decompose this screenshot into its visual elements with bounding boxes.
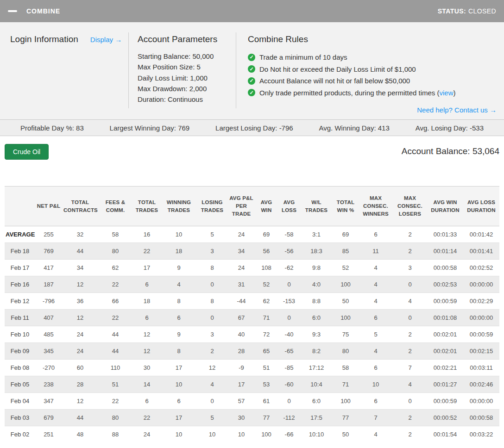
combine-rules-title: Combine Rules <box>248 34 504 44</box>
table-cell: 22 <box>132 410 161 426</box>
table-cell: 10:10 <box>300 426 333 443</box>
table-cell: 48 <box>62 426 98 443</box>
column-header: AVG LOSS <box>278 187 300 226</box>
row-label: Feb 11 <box>5 310 35 326</box>
param-starting-balance: Starting Balance: 50,000 <box>138 51 236 62</box>
table-cell: 10 <box>161 226 196 243</box>
view-link[interactable]: view <box>440 89 454 97</box>
crude-oil-button[interactable]: Crude Oil <box>5 144 49 160</box>
rule-text: Trade a minimum of 10 days <box>259 51 347 63</box>
table-cell: 00:03:11 <box>463 360 499 376</box>
table-cell: 57 <box>228 393 255 410</box>
table-cell: 4 <box>359 293 393 310</box>
table-cell: 28 <box>228 343 255 360</box>
table-cell: 72 <box>255 326 278 343</box>
account-balance: Account Balance: 53,064 <box>402 146 499 156</box>
table-cell: -40 <box>278 326 300 343</box>
table-cell: 00:02:29 <box>463 293 499 310</box>
table-cell: 22 <box>132 243 161 260</box>
table-row: AVERAGE2553258161052469-583:1696200:01:3… <box>5 226 499 243</box>
table-cell: 485 <box>35 326 62 343</box>
table-cell: 18 <box>132 293 161 310</box>
param-duration: Duration: Continuous <box>138 94 236 105</box>
table-cell: 58 <box>333 360 359 376</box>
table-cell: 100 <box>333 276 359 293</box>
table-cell: 00:02:52 <box>463 260 499 276</box>
stat-largest-winning-day: Largest Winning Day: 769 <box>110 124 190 132</box>
table-row: Feb 174173462179824108-629:8524300:00:58… <box>5 260 499 276</box>
table-cell: 679 <box>35 410 62 426</box>
row-label: Feb 10 <box>5 326 35 343</box>
table-cell: 14 <box>132 376 161 393</box>
table-cell: 2 <box>393 326 427 343</box>
column-header: FEES & COMM. <box>98 187 132 226</box>
table-cell: 8:2 <box>300 343 333 360</box>
table-cell: 18:3 <box>300 243 333 260</box>
app-title: COMBINE <box>26 7 60 15</box>
table-cell: 52 <box>333 260 359 276</box>
table-cell: 24 <box>62 326 98 343</box>
table-cell: 4 <box>359 276 393 293</box>
table-cell: 17:12 <box>300 360 333 376</box>
display-link[interactable]: Display → <box>90 36 122 44</box>
table-cell: 2 <box>196 343 228 360</box>
table-cell: 00:02:01 <box>427 326 463 343</box>
column-header: W/L TRADES <box>300 187 333 226</box>
table-cell: 7 <box>393 360 427 376</box>
table-cell: 22 <box>98 310 132 326</box>
table-cell: 00:02:01 <box>427 343 463 360</box>
table-cell: -85 <box>278 360 300 376</box>
table-cell: 32 <box>62 226 98 243</box>
table-cell: 3 <box>196 326 228 343</box>
row-label: Feb 18 <box>5 243 35 260</box>
row-label: Feb 09 <box>5 343 35 360</box>
table-cell: 00:01:27 <box>427 376 463 393</box>
table-cell: 12 <box>62 276 98 293</box>
table-cell: 51 <box>255 360 278 376</box>
table-cell: -60 <box>278 376 300 393</box>
check-icon: ✓ <box>248 65 255 73</box>
row-label: Feb 02 <box>5 426 35 443</box>
table-cell: 34 <box>62 260 98 276</box>
table-cell: 24 <box>228 260 255 276</box>
table-cell: 108 <box>255 260 278 276</box>
status-value: CLOSED <box>468 7 496 15</box>
table-cell: 0 <box>393 276 427 293</box>
table-cell: 12 <box>132 326 161 343</box>
table-cell: 00:02:53 <box>427 276 463 293</box>
rule-item: ✓ Only trade permitted products, during … <box>248 87 504 99</box>
account-parameters-title: Account Parameters <box>138 34 236 44</box>
table-cell: 24 <box>228 226 255 243</box>
check-icon: ✓ <box>248 89 255 96</box>
table-cell: 34 <box>228 243 255 260</box>
table-cell: 00:02:21 <box>427 360 463 376</box>
table-cell: 5 <box>196 410 228 426</box>
table-cell: 10 <box>359 376 393 393</box>
table-cell: 44 <box>98 343 132 360</box>
column-header: NET P&L <box>35 187 62 226</box>
table-cell: 2 <box>393 410 427 426</box>
table-cell: 77 <box>255 410 278 426</box>
table-cell: 417 <box>35 260 62 276</box>
rule-text: Do Not hit or exceed the Daily Loss Limi… <box>259 63 416 75</box>
table-cell: 100 <box>333 393 359 410</box>
table-cell: 9 <box>161 260 196 276</box>
table-cell: 0 <box>278 310 300 326</box>
table-row: Feb 02251488824101010100-6610:10504200:0… <box>5 426 499 443</box>
column-header: TOTAL TRADES <box>132 187 161 226</box>
contact-us-link[interactable]: Need help? Contact us → <box>417 106 497 114</box>
table-body: AVERAGE2553258161052469-583:1696200:01:3… <box>5 226 499 443</box>
param-daily-loss-limit: Daily Loss Limit: 1,000 <box>138 73 236 83</box>
row-label: Feb 17 <box>5 260 35 276</box>
collapse-icon[interactable] <box>8 10 17 12</box>
table-cell: 00:01:54 <box>427 426 463 443</box>
row-label: Feb 05 <box>5 376 35 393</box>
table-cell: 10 <box>161 426 196 443</box>
table-cell: 36 <box>62 293 98 310</box>
info-panel: Login Information Display → Account Para… <box>0 22 504 119</box>
table-cell: 17 <box>228 376 255 393</box>
table-cell: 00:00:59 <box>427 393 463 410</box>
table-cell: -112 <box>278 410 300 426</box>
table-cell: -796 <box>35 293 62 310</box>
row-label: Feb 04 <box>5 393 35 410</box>
